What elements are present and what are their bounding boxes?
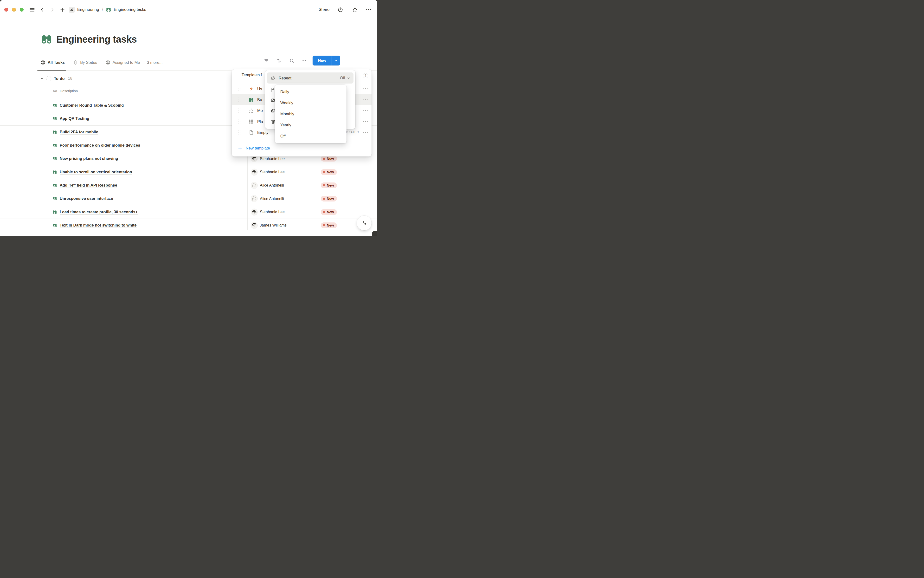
new-button[interactable]: New: [313, 55, 340, 65]
new-dropdown-chevron-icon[interactable]: [332, 55, 340, 65]
task-binoculars-icon: [52, 117, 57, 121]
tab-more-views[interactable]: 3 more...: [147, 54, 163, 70]
template-icon: [248, 86, 254, 91]
template-actions-icon[interactable]: [363, 88, 368, 89]
new-page-icon[interactable]: [59, 6, 66, 13]
status-badge[interactable]: New: [321, 209, 337, 215]
template-icon: [248, 130, 254, 135]
status-badge[interactable]: New: [321, 169, 337, 175]
template-actions-icon[interactable]: [363, 132, 368, 133]
task-title[interactable]: Text in Dark mode not switching to white: [60, 223, 137, 228]
task-binoculars-icon: [52, 103, 57, 108]
repeat-option[interactable]: Daily: [275, 86, 347, 97]
repeat-option[interactable]: Off: [275, 130, 347, 141]
task-binoculars-icon: [52, 143, 57, 148]
back-icon[interactable]: [39, 6, 46, 13]
traffic-lights: [4, 8, 24, 11]
status-label: New: [327, 170, 334, 174]
new-button-label: New: [313, 55, 332, 65]
share-button[interactable]: Share: [319, 7, 329, 12]
template-actions-icon[interactable]: [363, 99, 368, 101]
assignee-name[interactable]: James Williams: [260, 223, 287, 227]
assignee-avatar: [251, 169, 258, 175]
task-title[interactable]: Poor performance on older mobile devices: [60, 143, 140, 148]
repeat-menu-item[interactable]: Repeat Off: [267, 73, 353, 84]
breadcrumb-workspace[interactable]: Engineering: [77, 7, 99, 12]
status-dot-icon: [323, 171, 325, 173]
table-row: Text in Dark mode not switching to white…: [0, 219, 377, 232]
template-icon: [248, 119, 254, 124]
assignee-name[interactable]: Stephanie Lee: [260, 156, 285, 161]
repeat-icon: [271, 76, 276, 81]
drag-handle-icon[interactable]: [238, 97, 241, 102]
view-tab[interactable]: By Status: [73, 54, 97, 70]
ai-assistant-button[interactable]: [357, 216, 371, 231]
drag-handle-icon[interactable]: [238, 108, 241, 113]
task-title[interactable]: Unable to scroll on vertical orientation: [60, 169, 132, 175]
status-badge[interactable]: New: [321, 156, 337, 162]
task-binoculars-icon: [52, 156, 57, 161]
drag-handle-icon[interactable]: [238, 130, 241, 135]
zoom-window-button[interactable]: [20, 8, 24, 11]
description-column-header[interactable]: Description: [60, 89, 78, 93]
repeat-option[interactable]: Monthly: [275, 109, 347, 120]
drag-handle-icon[interactable]: [238, 119, 241, 124]
repeat-value: Off: [340, 76, 345, 80]
task-title[interactable]: Unresponsive user interface: [60, 196, 113, 201]
view-tab[interactable]: All Tasks: [41, 54, 65, 70]
forward-icon[interactable]: [49, 6, 56, 13]
collapse-group-icon[interactable]: [41, 77, 44, 80]
template-actions-icon[interactable]: [363, 110, 368, 111]
breadcrumb-page[interactable]: Engineering tasks: [113, 7, 146, 12]
view-tab-label: Assigned to Me: [113, 60, 140, 65]
sort-icon[interactable]: [276, 58, 282, 63]
page-title: Engineering tasks: [56, 34, 137, 45]
view-tab-label: By Status: [80, 60, 97, 65]
drag-handle-icon[interactable]: [238, 87, 241, 91]
view-tab[interactable]: Assigned to Me: [105, 54, 140, 70]
task-title[interactable]: Add ’ref’ field in API Response: [60, 183, 117, 188]
favorite-star-icon[interactable]: [351, 6, 358, 13]
task-title[interactable]: Load times to create profile, 30 seconds…: [60, 209, 138, 214]
minimize-window-button[interactable]: [12, 8, 16, 11]
help-icon[interactable]: ?: [363, 73, 368, 78]
template-icon: [248, 97, 254, 102]
assignee-avatar: [251, 209, 258, 215]
search-icon[interactable]: [289, 58, 295, 63]
status-label: New: [327, 223, 334, 227]
updates-clock-icon[interactable]: [337, 6, 344, 13]
task-title[interactable]: Build 2FA for mobile: [60, 130, 98, 135]
repeat-option[interactable]: Weekly: [275, 97, 347, 109]
task-title[interactable]: App QA Testing: [60, 116, 89, 121]
template-label: Pla: [257, 119, 263, 124]
assignee-name[interactable]: Stephanie Lee: [260, 170, 285, 174]
template-actions-icon[interactable]: [363, 121, 368, 122]
assignee-name[interactable]: Stephanie Lee: [260, 210, 285, 214]
status-badge[interactable]: New: [321, 222, 337, 228]
assignee-name[interactable]: Alice Antonelli: [260, 183, 284, 188]
repeat-option[interactable]: Yearly: [275, 119, 347, 130]
page-icon-binoculars[interactable]: [41, 34, 52, 45]
more-options-icon[interactable]: [366, 9, 371, 10]
window-titlebar: Engineering / Engineering tasks Share: [0, 0, 377, 19]
view-tab-icon: [105, 60, 110, 65]
new-template-button[interactable]: New template: [238, 146, 270, 151]
status-badge[interactable]: New: [321, 196, 337, 201]
assignee-avatar: [251, 182, 258, 188]
group-title[interactable]: To-do: [54, 76, 65, 81]
text-property-icon: Aa: [53, 89, 57, 93]
view-options-icon[interactable]: [302, 60, 306, 61]
close-window-button[interactable]: [4, 8, 8, 11]
task-binoculars-icon: [52, 210, 57, 214]
sidebar-toggle-icon[interactable]: [28, 6, 36, 13]
task-title[interactable]: Customer Round Table & Scoping: [60, 103, 124, 108]
table-row: Unresponsive user interface Alice Antone…: [0, 192, 377, 205]
template-label: Us: [257, 87, 262, 91]
status-badge[interactable]: New: [321, 182, 337, 188]
plus-icon: [238, 146, 242, 151]
filter-icon[interactable]: [264, 58, 269, 63]
task-binoculars-icon: [52, 170, 57, 174]
assignee-name[interactable]: Alice Antonelli: [260, 196, 284, 201]
task-title[interactable]: New pricing plans not showing: [60, 156, 118, 161]
status-dot-icon: [323, 184, 325, 186]
